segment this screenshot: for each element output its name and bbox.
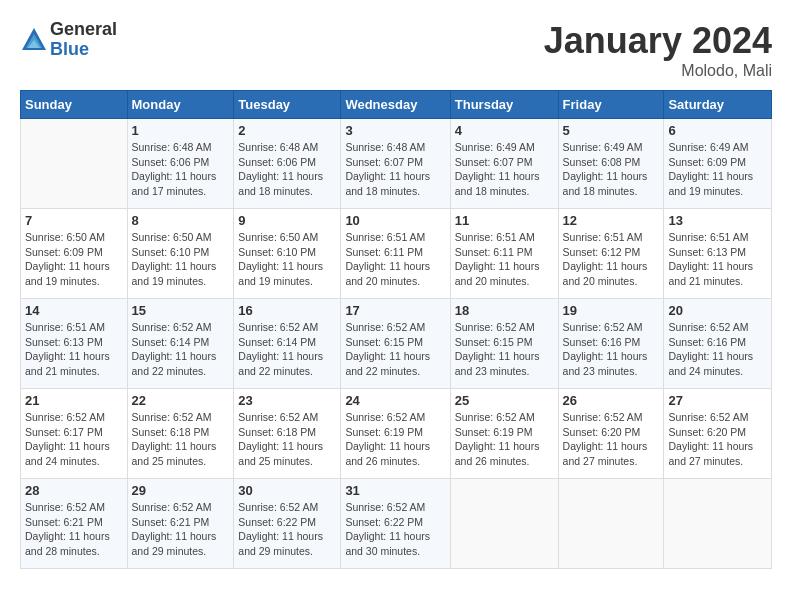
- header-day-sunday: Sunday: [21, 91, 128, 119]
- day-info: Sunrise: 6:52 AMSunset: 6:19 PMDaylight:…: [345, 410, 445, 469]
- calendar-cell: 2Sunrise: 6:48 AMSunset: 6:06 PMDaylight…: [234, 119, 341, 209]
- calendar-cell: 1Sunrise: 6:48 AMSunset: 6:06 PMDaylight…: [127, 119, 234, 209]
- logo-blue: Blue: [50, 40, 117, 60]
- day-number: 10: [345, 213, 445, 228]
- day-info: Sunrise: 6:50 AMSunset: 6:10 PMDaylight:…: [132, 230, 230, 289]
- day-number: 25: [455, 393, 554, 408]
- page-header: General Blue January 2024 Molodo, Mali: [20, 20, 772, 80]
- day-info: Sunrise: 6:50 AMSunset: 6:10 PMDaylight:…: [238, 230, 336, 289]
- calendar-cell: 25Sunrise: 6:52 AMSunset: 6:19 PMDayligh…: [450, 389, 558, 479]
- logo-icon: [20, 26, 48, 54]
- calendar-cell: 17Sunrise: 6:52 AMSunset: 6:15 PMDayligh…: [341, 299, 450, 389]
- day-info: Sunrise: 6:52 AMSunset: 6:16 PMDaylight:…: [563, 320, 660, 379]
- calendar-cell: 15Sunrise: 6:52 AMSunset: 6:14 PMDayligh…: [127, 299, 234, 389]
- calendar-cell: 19Sunrise: 6:52 AMSunset: 6:16 PMDayligh…: [558, 299, 664, 389]
- day-info: Sunrise: 6:49 AMSunset: 6:08 PMDaylight:…: [563, 140, 660, 199]
- day-number: 9: [238, 213, 336, 228]
- calendar-cell: 21Sunrise: 6:52 AMSunset: 6:17 PMDayligh…: [21, 389, 128, 479]
- day-info: Sunrise: 6:52 AMSunset: 6:14 PMDaylight:…: [132, 320, 230, 379]
- calendar-cell: 28Sunrise: 6:52 AMSunset: 6:21 PMDayligh…: [21, 479, 128, 569]
- day-info: Sunrise: 6:51 AMSunset: 6:13 PMDaylight:…: [25, 320, 123, 379]
- day-number: 27: [668, 393, 767, 408]
- day-number: 26: [563, 393, 660, 408]
- day-number: 2: [238, 123, 336, 138]
- logo-text: General Blue: [50, 20, 117, 60]
- calendar-cell: 23Sunrise: 6:52 AMSunset: 6:18 PMDayligh…: [234, 389, 341, 479]
- day-info: Sunrise: 6:52 AMSunset: 6:18 PMDaylight:…: [132, 410, 230, 469]
- day-info: Sunrise: 6:52 AMSunset: 6:14 PMDaylight:…: [238, 320, 336, 379]
- day-info: Sunrise: 6:52 AMSunset: 6:21 PMDaylight:…: [25, 500, 123, 559]
- day-info: Sunrise: 6:52 AMSunset: 6:18 PMDaylight:…: [238, 410, 336, 469]
- header-day-wednesday: Wednesday: [341, 91, 450, 119]
- day-number: 14: [25, 303, 123, 318]
- calendar-cell: 30Sunrise: 6:52 AMSunset: 6:22 PMDayligh…: [234, 479, 341, 569]
- week-row-5: 28Sunrise: 6:52 AMSunset: 6:21 PMDayligh…: [21, 479, 772, 569]
- calendar-cell: 24Sunrise: 6:52 AMSunset: 6:19 PMDayligh…: [341, 389, 450, 479]
- day-info: Sunrise: 6:49 AMSunset: 6:09 PMDaylight:…: [668, 140, 767, 199]
- day-number: 4: [455, 123, 554, 138]
- calendar-cell: 31Sunrise: 6:52 AMSunset: 6:22 PMDayligh…: [341, 479, 450, 569]
- header-day-friday: Friday: [558, 91, 664, 119]
- day-number: 11: [455, 213, 554, 228]
- week-row-3: 14Sunrise: 6:51 AMSunset: 6:13 PMDayligh…: [21, 299, 772, 389]
- day-info: Sunrise: 6:52 AMSunset: 6:15 PMDaylight:…: [455, 320, 554, 379]
- day-info: Sunrise: 6:49 AMSunset: 6:07 PMDaylight:…: [455, 140, 554, 199]
- logo-general: General: [50, 20, 117, 40]
- day-info: Sunrise: 6:48 AMSunset: 6:06 PMDaylight:…: [132, 140, 230, 199]
- day-info: Sunrise: 6:51 AMSunset: 6:12 PMDaylight:…: [563, 230, 660, 289]
- day-number: 18: [455, 303, 554, 318]
- day-number: 22: [132, 393, 230, 408]
- calendar-cell: 13Sunrise: 6:51 AMSunset: 6:13 PMDayligh…: [664, 209, 772, 299]
- location: Molodo, Mali: [544, 62, 772, 80]
- calendar-cell: 5Sunrise: 6:49 AMSunset: 6:08 PMDaylight…: [558, 119, 664, 209]
- day-number: 21: [25, 393, 123, 408]
- calendar-cell: [21, 119, 128, 209]
- calendar-cell: 7Sunrise: 6:50 AMSunset: 6:09 PMDaylight…: [21, 209, 128, 299]
- calendar-cell: 27Sunrise: 6:52 AMSunset: 6:20 PMDayligh…: [664, 389, 772, 479]
- calendar-cell: [450, 479, 558, 569]
- day-number: 5: [563, 123, 660, 138]
- day-number: 20: [668, 303, 767, 318]
- day-number: 6: [668, 123, 767, 138]
- calendar-cell: 9Sunrise: 6:50 AMSunset: 6:10 PMDaylight…: [234, 209, 341, 299]
- day-number: 7: [25, 213, 123, 228]
- calendar-table: SundayMondayTuesdayWednesdayThursdayFrid…: [20, 90, 772, 569]
- day-info: Sunrise: 6:52 AMSunset: 6:15 PMDaylight:…: [345, 320, 445, 379]
- calendar-cell: 6Sunrise: 6:49 AMSunset: 6:09 PMDaylight…: [664, 119, 772, 209]
- calendar-cell: [664, 479, 772, 569]
- day-number: 8: [132, 213, 230, 228]
- day-info: Sunrise: 6:52 AMSunset: 6:17 PMDaylight:…: [25, 410, 123, 469]
- calendar-cell: 12Sunrise: 6:51 AMSunset: 6:12 PMDayligh…: [558, 209, 664, 299]
- day-info: Sunrise: 6:51 AMSunset: 6:13 PMDaylight:…: [668, 230, 767, 289]
- week-row-1: 1Sunrise: 6:48 AMSunset: 6:06 PMDaylight…: [21, 119, 772, 209]
- logo: General Blue: [20, 20, 117, 60]
- header-day-monday: Monday: [127, 91, 234, 119]
- day-number: 16: [238, 303, 336, 318]
- day-info: Sunrise: 6:52 AMSunset: 6:20 PMDaylight:…: [668, 410, 767, 469]
- day-info: Sunrise: 6:51 AMSunset: 6:11 PMDaylight:…: [345, 230, 445, 289]
- day-info: Sunrise: 6:48 AMSunset: 6:07 PMDaylight:…: [345, 140, 445, 199]
- day-info: Sunrise: 6:52 AMSunset: 6:20 PMDaylight:…: [563, 410, 660, 469]
- day-number: 15: [132, 303, 230, 318]
- day-number: 1: [132, 123, 230, 138]
- day-number: 13: [668, 213, 767, 228]
- day-number: 30: [238, 483, 336, 498]
- calendar-cell: 8Sunrise: 6:50 AMSunset: 6:10 PMDaylight…: [127, 209, 234, 299]
- week-row-4: 21Sunrise: 6:52 AMSunset: 6:17 PMDayligh…: [21, 389, 772, 479]
- day-number: 24: [345, 393, 445, 408]
- calendar-cell: 4Sunrise: 6:49 AMSunset: 6:07 PMDaylight…: [450, 119, 558, 209]
- calendar-header: SundayMondayTuesdayWednesdayThursdayFrid…: [21, 91, 772, 119]
- calendar-cell: 29Sunrise: 6:52 AMSunset: 6:21 PMDayligh…: [127, 479, 234, 569]
- calendar-cell: [558, 479, 664, 569]
- calendar-cell: 26Sunrise: 6:52 AMSunset: 6:20 PMDayligh…: [558, 389, 664, 479]
- day-info: Sunrise: 6:52 AMSunset: 6:19 PMDaylight:…: [455, 410, 554, 469]
- calendar-cell: 22Sunrise: 6:52 AMSunset: 6:18 PMDayligh…: [127, 389, 234, 479]
- day-number: 28: [25, 483, 123, 498]
- calendar-body: 1Sunrise: 6:48 AMSunset: 6:06 PMDaylight…: [21, 119, 772, 569]
- day-number: 17: [345, 303, 445, 318]
- day-number: 31: [345, 483, 445, 498]
- calendar-cell: 20Sunrise: 6:52 AMSunset: 6:16 PMDayligh…: [664, 299, 772, 389]
- month-title: January 2024: [544, 20, 772, 62]
- header-row: SundayMondayTuesdayWednesdayThursdayFrid…: [21, 91, 772, 119]
- day-info: Sunrise: 6:48 AMSunset: 6:06 PMDaylight:…: [238, 140, 336, 199]
